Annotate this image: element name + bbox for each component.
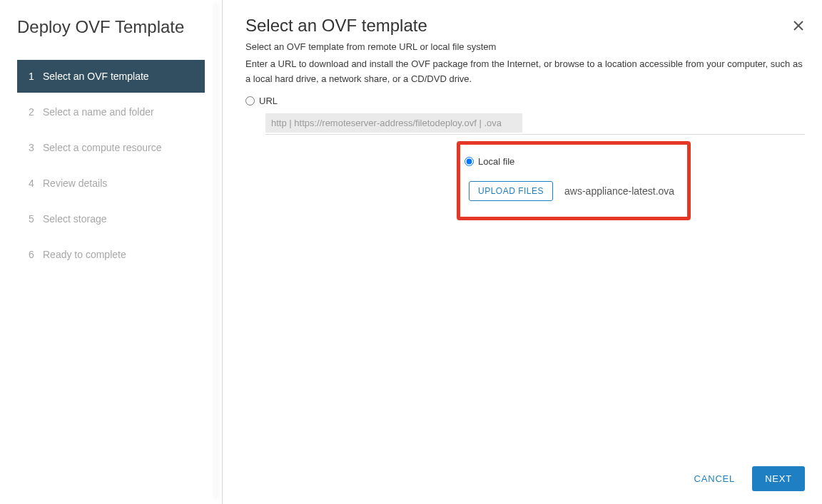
step-label: Select storage [43,213,107,225]
step-label: Select a compute resource [43,142,162,153]
step-2-select-name-folder[interactable]: 2 Select a name and folder [17,96,205,128]
radio-local-label: Local file [478,156,514,167]
cancel-button[interactable]: CANCEL [691,468,739,490]
local-file-highlight: Local file UPLOAD FILES aws-appliance-la… [457,141,691,220]
step-label: Select an OVF template [43,71,149,82]
step-number: 5 [29,213,43,225]
step-3-select-compute-resource[interactable]: 3 Select a compute resource [17,131,205,164]
wizard-main-panel: Select an OVF template Select an OVF tem… [223,0,822,504]
radio-local-file[interactable] [465,157,474,166]
main-header: Select an OVF template [245,16,805,36]
step-number: 6 [29,249,43,260]
step-label: Review details [43,178,107,189]
step-5-select-storage[interactable]: 5 Select storage [17,202,205,235]
url-input[interactable] [265,113,522,133]
step-number: 4 [29,178,43,189]
url-input-container [265,113,805,135]
step-number: 2 [29,106,43,118]
close-button[interactable] [792,19,805,32]
sidebar-scrollbar-track [213,3,220,499]
upload-row: UPLOAD FILES aws-appliance-latest.ova [469,181,679,201]
close-icon [793,21,803,31]
next-button[interactable]: NEXT [752,466,805,491]
radio-local-row: Local file [465,156,679,167]
radio-url-label: URL [259,96,278,106]
wizard-sidebar: Deploy OVF Template 1 Select an OVF temp… [0,0,223,504]
subtitle-primary: Select an OVF template from remote URL o… [245,41,805,52]
step-6-ready-to-complete[interactable]: 6 Ready to complete [17,238,205,271]
wizard-title: Deploy OVF Template [0,0,222,46]
step-4-review-details[interactable]: 4 Review details [17,167,205,200]
radio-url-row: URL [245,96,805,106]
upload-files-button[interactable]: UPLOAD FILES [469,181,553,201]
step-label: Ready to complete [43,249,126,260]
wizard-footer: CANCEL NEXT [245,466,805,491]
page-title: Select an OVF template [245,16,427,36]
step-number: 3 [29,142,43,153]
deploy-ovf-dialog: Deploy OVF Template 1 Select an OVF temp… [0,0,822,504]
uploaded-file-name: aws-appliance-latest.ova [564,185,674,197]
radio-url[interactable] [245,96,255,106]
step-label: Select a name and folder [43,106,154,118]
subtitle-secondary: Enter a URL to download and install the … [245,56,805,87]
wizard-steps: 1 Select an OVF template 2 Select a name… [0,46,222,271]
local-file-section: Local file UPLOAD FILES aws-appliance-la… [465,156,679,201]
step-1-select-ovf-template[interactable]: 1 Select an OVF template [17,60,205,93]
step-number: 1 [29,71,43,82]
